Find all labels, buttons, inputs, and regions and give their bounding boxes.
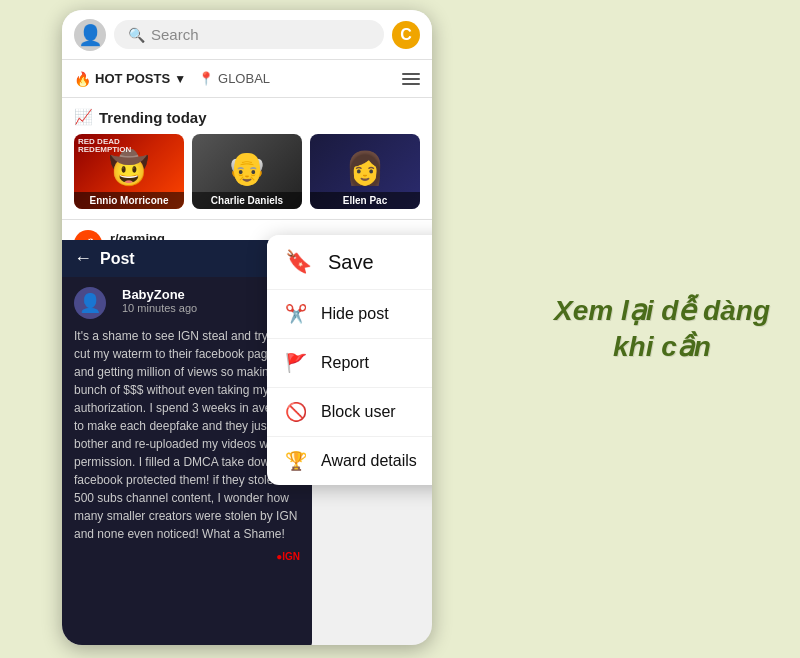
report-icon: 🚩 (285, 352, 307, 374)
award-icon: 🏆 (285, 450, 307, 472)
commenter-avatar: 👤 (74, 287, 106, 319)
comment-time: 10 minutes ago (122, 302, 197, 314)
report-label: Report (321, 354, 369, 372)
search-bar[interactable]: 🔍 Search (114, 20, 384, 49)
context-menu: 🔖 Save ✂️ Hide post 🚩 Report 🚫 Block use… (267, 235, 432, 485)
trend-card-label-2: Charlie Daniels (192, 192, 302, 209)
hide-label: Hide post (321, 305, 389, 323)
promo-line1: Xem lại dễ dàng (554, 293, 770, 329)
promo-text: Xem lại dễ dàng khi cần (554, 293, 770, 366)
hot-posts-filter[interactable]: 🔥 HOT POSTS ▼ (74, 71, 186, 87)
trending-section: 📈 Trending today RED DEADREDEMPTION Enni… (62, 98, 432, 220)
block-icon: 🚫 (285, 401, 307, 423)
menu-item-hide[interactable]: ✂️ Hide post (267, 290, 432, 339)
ign-logo: ●IGN (276, 551, 300, 562)
award-label: Award details (321, 452, 417, 470)
sort-menu-button[interactable] (402, 73, 420, 85)
save-label: Save (328, 251, 374, 274)
phone-container: 👤 🔍 Search C 🔥 HOT POSTS ▼ 📍 GLOBAL 📈 (62, 10, 432, 645)
menu-item-report[interactable]: 🚩 Report (267, 339, 432, 388)
commenter-name: BabyZone (122, 287, 197, 302)
back-button[interactable]: ← (74, 248, 92, 269)
global-filter[interactable]: 📍 GLOBAL (198, 71, 270, 86)
coin-button[interactable]: C (392, 21, 420, 49)
trend-card-label-1: Ennio Morricone (74, 192, 184, 209)
menu-item-award[interactable]: 🏆 Award details (267, 437, 432, 485)
block-label: Block user (321, 403, 396, 421)
save-bookmark-icon: 🔖 (285, 249, 312, 275)
filter-bar: 🔥 HOT POSTS ▼ 📍 GLOBAL (62, 60, 432, 98)
trending-cards: RED DEADREDEMPTION Ennio Morricone Charl… (74, 134, 420, 209)
trend-card-2[interactable]: Charlie Daniels (192, 134, 302, 209)
promo-line2: khi cần (554, 329, 770, 365)
app-header: 👤 🔍 Search C (62, 10, 432, 60)
menu-item-block[interactable]: 🚫 Block user (267, 388, 432, 437)
hide-icon: ✂️ (285, 303, 307, 325)
search-icon: 🔍 (128, 27, 145, 43)
trend-card-1[interactable]: RED DEADREDEMPTION Ennio Morricone (74, 134, 184, 209)
menu-item-save[interactable]: 🔖 Save (267, 235, 432, 290)
rdr-logo: RED DEADREDEMPTION (78, 138, 131, 154)
trend-card-label-3: Ellen Pac (310, 192, 420, 209)
commenter-info: BabyZone 10 minutes ago (122, 287, 197, 314)
user-avatar[interactable]: 👤 (74, 19, 106, 51)
trending-title: 📈 Trending today (74, 108, 420, 126)
search-placeholder: Search (151, 26, 199, 43)
post-detail-title: Post (100, 250, 135, 268)
trend-card-3[interactable]: Ellen Pac (310, 134, 420, 209)
